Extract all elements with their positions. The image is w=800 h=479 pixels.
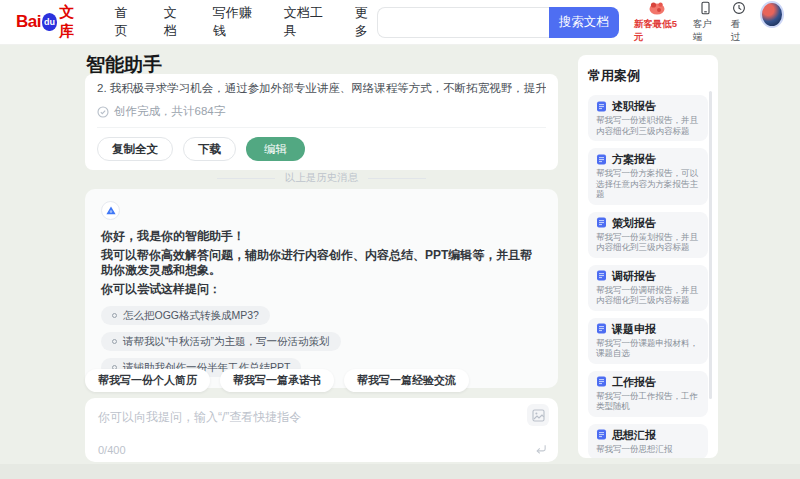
case-card-gongzuo[interactable]: 工作报告 帮我写一份工作报告，工作类型随机 [588, 371, 708, 417]
doc-icon [596, 101, 607, 112]
nav-item-home[interactable]: 首页 [115, 4, 137, 40]
search-input[interactable] [377, 7, 549, 38]
promo-label: 新客最低5元 [634, 18, 680, 44]
chip-bullet-icon [112, 339, 117, 344]
quick-prompt-resume[interactable]: 帮我写一份个人简历 [85, 369, 210, 392]
nav-item-tools[interactable]: 文档工具 [284, 4, 328, 40]
case-card-shuzhi[interactable]: 述职报告 帮我写一份述职报告，并且内容细化到三级内容标题 [588, 95, 708, 141]
viewed-entry[interactable]: 看过 [730, 1, 747, 44]
case-desc: 帮我写一份方案报告，可以选择任意内容为方案报告主题 [596, 168, 700, 200]
user-avatar[interactable] [760, 1, 784, 28]
nav-menu: 首页 文档 写作赚钱 文档工具 更多 [115, 4, 377, 40]
nav-item-earn[interactable]: 写作赚钱 [213, 4, 257, 40]
history-divider: 以上是历史消息 [85, 171, 558, 185]
quick-prompt-experience[interactable]: 帮我写一篇经验交流 [344, 369, 469, 392]
case-title: 策划报告 [612, 216, 656, 230]
message-input[interactable]: 你可以向我提问，输入“/”查看快捷指令 0/400 [85, 398, 558, 462]
top-nav: Bai du 文库 首页 文档 写作赚钱 文档工具 更多 搜索文档 新客最低5元 [0, 0, 800, 45]
doc-icon [596, 217, 607, 228]
history-message-card: 2. 我积极寻求学习机会，通过参加外部专业讲座、网络课程等方式，不断拓宽视野，提… [85, 74, 558, 170]
viewed-label: 看过 [730, 18, 747, 44]
baidu-paw-icon: du [42, 13, 57, 31]
ai-triangle-icon [106, 206, 116, 215]
case-title: 工作报告 [612, 375, 656, 389]
assistant-intro: 我可以帮你高效解答问题，辅助你进行内容创作、内容总结、PPT编辑等，并且帮助你激… [101, 248, 542, 278]
input-footer: 0/400 [98, 443, 547, 456]
check-circle-icon [97, 106, 109, 118]
case-title: 述职报告 [612, 99, 656, 113]
doc-icon [596, 270, 607, 281]
divider-line-right [368, 178, 426, 179]
case-card-sixiang[interactable]: 思想汇报 帮我写一份思想汇报 [588, 424, 708, 459]
suggestion-chip-ogg-mp3[interactable]: 怎么把OGG格式转换成MP3? [101, 306, 270, 325]
history-message-text: 2. 我积极寻求学习机会，通过参加外部专业讲座、网络课程等方式，不断拓宽视野，提… [97, 81, 546, 96]
char-counter: 0/400 [98, 444, 126, 456]
case-card-keti[interactable]: 课题申报 帮我写一份课题申报材料，课题自选 [588, 318, 708, 364]
logo-wenku: 文库 [59, 3, 84, 41]
nav-item-more[interactable]: 更多 [355, 4, 377, 40]
quick-prompt-commitment[interactable]: 帮我写一篇承诺书 [220, 369, 334, 392]
baidu-wenku-logo[interactable]: Bai du 文库 [16, 3, 85, 41]
phone-icon [698, 1, 712, 16]
assistant-message-card: 你好，我是你的智能助手！ 我可以帮你高效解答问题，辅助你进行内容创作、内容总结、… [85, 189, 558, 388]
case-title: 方案报告 [612, 152, 656, 166]
nav-item-docs[interactable]: 文档 [164, 4, 186, 40]
quick-prompt-row: 帮我写一份个人简历 帮我写一篇承诺书 帮我写一篇经验交流 [85, 369, 469, 392]
creation-status-row: 创作完成，共计684字 [97, 104, 546, 128]
enter-icon [534, 443, 547, 456]
nav-right-group: 新客最低5元 客户端 看过 [634, 1, 784, 44]
clock-icon [732, 1, 746, 16]
doc-icon [596, 323, 607, 334]
assistant-avatar-icon [101, 201, 120, 220]
history-divider-label: 以上是历史消息 [285, 171, 359, 185]
client-label: 客户端 [693, 18, 718, 44]
common-cases-panel: 常用案例 述职报告 帮我写一份述职报告，并且内容细化到三级内容标题 方案报告 帮… [578, 55, 718, 458]
doc-icon [596, 429, 607, 440]
divider-line-left [217, 178, 275, 179]
chip-bullet-icon [112, 313, 117, 318]
wenku-assistant-page: Bai du 文库 首页 文档 写作赚钱 文档工具 更多 搜索文档 新客最低5元 [0, 0, 800, 479]
promo-icon [648, 1, 666, 16]
doc-search: 搜索文档 [377, 7, 619, 38]
sidebar-scrollbar[interactable] [709, 91, 712, 399]
case-desc: 帮我写一份工作报告，工作类型随机 [596, 391, 700, 412]
case-desc: 帮我写一份述职报告，并且内容细化到三级内容标题 [596, 115, 700, 136]
logo-bai: Bai [16, 12, 41, 32]
copy-all-button[interactable]: 复制全文 [97, 137, 173, 161]
image-icon [532, 409, 545, 422]
case-title: 课题申报 [612, 322, 656, 336]
doc-icon [596, 154, 607, 165]
assistant-greeting: 你好，我是你的智能助手！ [101, 229, 542, 244]
client-entry[interactable]: 客户端 [693, 1, 718, 44]
case-desc: 帮我写一份课题申报材料，课题自选 [596, 338, 700, 359]
case-title: 调研报告 [612, 269, 656, 283]
footer-strip [0, 464, 800, 479]
doc-icon [596, 376, 607, 387]
case-desc: 帮我写一份策划报告，并且内容细化到三级内容标题 [596, 232, 700, 253]
suggestion-chip-midautumn-plan[interactable]: 请帮我以“中秋活动”为主题，写一份活动策划 [101, 332, 341, 351]
case-desc: 帮我写一份调研报告，并且内容细化到三级内容标题 [596, 285, 700, 306]
search-button[interactable]: 搜索文档 [549, 7, 619, 38]
download-button[interactable]: 下载 [183, 137, 236, 161]
assistant-try-label: 你可以尝试这样提问： [101, 282, 542, 297]
suggestion-chip-list: 怎么把OGG格式转换成MP3? 请帮我以“中秋活动”为主题，写一份活动策划 请辅… [101, 306, 542, 377]
suggestion-chip-label: 怎么把OGG格式转换成MP3? [123, 309, 259, 323]
attach-image-button[interactable] [527, 404, 549, 426]
case-title: 思想汇报 [612, 428, 656, 442]
edit-button[interactable]: 编辑 [246, 137, 305, 161]
creation-status-text: 创作完成，共计684字 [114, 104, 225, 119]
input-placeholder: 你可以向我提问，输入“/”查看快捷指令 [98, 410, 301, 424]
case-desc: 帮我写一份思想汇报 [596, 444, 700, 455]
case-card-fangan[interactable]: 方案报告 帮我写一份方案报告，可以选择任意内容为方案报告主题 [588, 148, 708, 205]
history-actions: 复制全文 下载 编辑 [97, 137, 546, 161]
promo-entry[interactable]: 新客最低5元 [634, 1, 680, 44]
case-card-cehua[interactable]: 策划报告 帮我写一份策划报告，并且内容细化到三级内容标题 [588, 212, 708, 258]
suggestion-chip-label: 请帮我以“中秋活动”为主题，写一份活动策划 [123, 335, 330, 349]
common-cases-title: 常用案例 [588, 67, 708, 85]
case-card-diaoyan[interactable]: 调研报告 帮我写一份调研报告，并且内容细化到三级内容标题 [588, 265, 708, 311]
